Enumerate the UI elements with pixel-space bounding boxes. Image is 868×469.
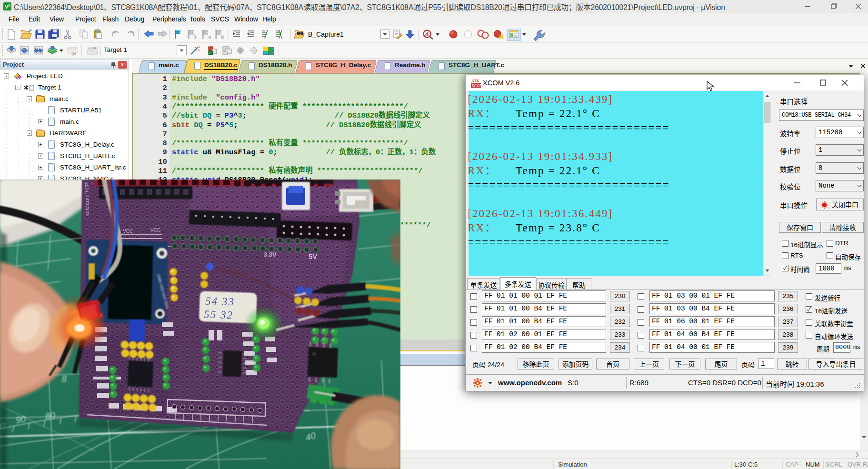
svg-text:ATK: ATK — [471, 79, 480, 83]
svg-text:5V: 5V — [309, 252, 317, 260]
svg-text:54 33: 54 33 — [205, 295, 235, 308]
svg-text:VCC: VCC — [150, 228, 160, 233]
svg-text:d: d — [425, 30, 429, 38]
svg-text:XCOM: XCOM — [471, 84, 481, 88]
svg-text:3.3V: 3.3V — [264, 251, 277, 258]
svg-text:VCC: VCC — [123, 229, 133, 234]
svg-text:55 32: 55 32 — [204, 308, 234, 321]
